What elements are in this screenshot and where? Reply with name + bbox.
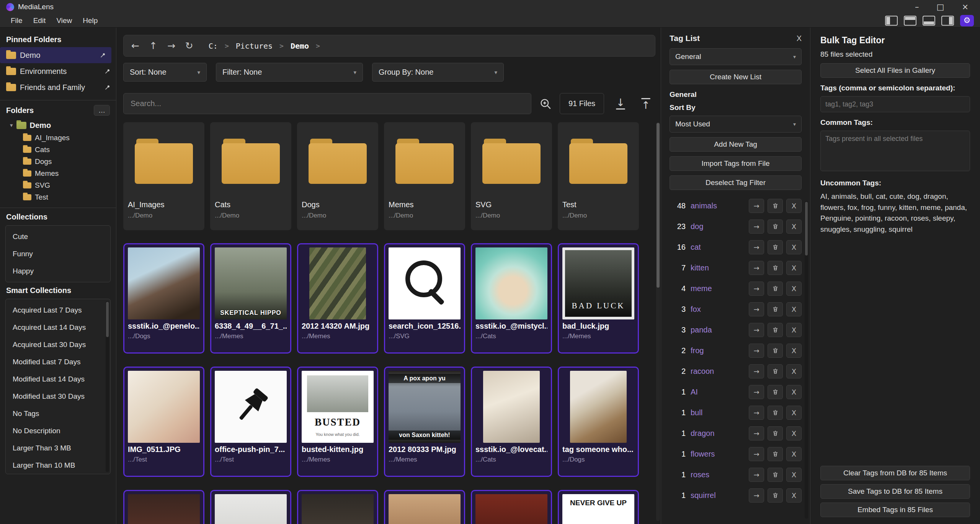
gallery-folder-card[interactable]: Cats.../Demo — [210, 122, 291, 230]
gallery-image-card[interactable]: NEVER GIVE UP — [558, 490, 639, 524]
apply-tag-icon[interactable]: → — [749, 344, 764, 358]
gallery-image-card[interactable]: office-push-pin_7....../Test — [210, 367, 291, 477]
gallery-image-card[interactable]: BUSTEDYou know what you did.busted-kitte… — [297, 367, 378, 477]
menu-item-help[interactable]: Help — [77, 15, 103, 26]
gallery-scrollbar[interactable] — [656, 122, 660, 521]
tree-item-svg[interactable]: SVG — [10, 179, 116, 191]
deselect-tag-filter-button[interactable]: Deselect Tag Filter — [670, 175, 802, 190]
smart-collection-item[interactable]: Modified Last 7 Days — [6, 353, 110, 370]
gallery-image-card[interactable]: SKEPTICAL HIPPO6338_4_49__6_71_....../Me… — [210, 243, 291, 354]
breadcrumb-item[interactable]: Pictures — [236, 41, 273, 51]
remove-tag-icon[interactable]: X — [786, 323, 802, 337]
settings-gear-icon[interactable]: ⚙ — [960, 15, 974, 26]
remove-tag-icon[interactable]: X — [786, 240, 802, 254]
apply-tag-icon[interactable]: → — [749, 261, 764, 275]
tag-name-meme[interactable]: meme — [691, 284, 712, 293]
gallery-folder-card[interactable]: SVG.../Demo — [471, 122, 552, 230]
tags-input[interactable] — [820, 96, 970, 112]
gallery-folder-card[interactable]: AI_Images.../Demo — [123, 122, 204, 230]
remove-tag-icon[interactable]: X — [786, 426, 802, 440]
smart-collection-item[interactable]: Modified Last 30 Days — [6, 388, 110, 405]
tag-sort-select[interactable]: Most Used ▾ — [670, 116, 802, 133]
tag-name-kitten[interactable]: kitten — [691, 264, 709, 272]
remove-tag-icon[interactable]: X — [786, 261, 802, 275]
up-icon[interactable]: ↑ — [149, 41, 157, 51]
smart-collection-item[interactable]: Modified Last 14 Days — [6, 370, 110, 388]
apply-tag-icon[interactable]: → — [749, 488, 764, 503]
delete-tag-icon[interactable] — [768, 426, 783, 440]
embed-tags-button[interactable]: Embed Tags in 85 Files — [820, 503, 970, 517]
breadcrumb-item[interactable]: C: — [209, 41, 218, 51]
apply-tag-icon[interactable]: → — [749, 385, 764, 399]
delete-tag-icon[interactable] — [768, 199, 783, 213]
apply-tag-icon[interactable]: → — [749, 282, 764, 296]
gallery-folder-card[interactable]: Dogs.../Demo — [297, 122, 378, 230]
delete-tag-icon[interactable] — [768, 323, 783, 337]
common-tags-textarea[interactable] — [820, 131, 970, 171]
delete-tag-icon[interactable] — [768, 282, 783, 296]
collection-item[interactable]: Happy — [6, 262, 110, 280]
tag-name-panda[interactable]: panda — [691, 326, 712, 334]
apply-tag-icon[interactable]: → — [749, 323, 764, 337]
tag-name-roses[interactable]: roses — [691, 470, 709, 479]
tag-name-flowers[interactable]: flowers — [691, 450, 715, 458]
tree-item-dogs[interactable]: Dogs — [10, 156, 116, 167]
tag-name-animals[interactable]: animals — [691, 201, 717, 210]
close-tag-panel-button[interactable]: X — [797, 34, 802, 43]
tree-root-demo[interactable]: ▾ Demo — [10, 119, 116, 132]
tag-list-scrollbar[interactable] — [805, 201, 808, 519]
gallery-image-card[interactable]: ssstik.io_@mistycl....../Cats — [471, 243, 552, 354]
image-search-icon[interactable] — [539, 97, 552, 110]
gallery-image-card[interactable] — [471, 490, 552, 524]
forward-icon[interactable]: → — [167, 41, 175, 51]
apply-tag-icon[interactable]: → — [749, 468, 764, 482]
remove-tag-icon[interactable]: X — [786, 488, 802, 503]
delete-tag-icon[interactable] — [768, 219, 783, 234]
back-icon[interactable]: ← — [131, 41, 139, 51]
apply-tag-icon[interactable]: → — [749, 199, 764, 213]
menu-item-edit[interactable]: Edit — [28, 15, 51, 26]
apply-tag-icon[interactable]: → — [749, 364, 764, 378]
apply-tag-icon[interactable]: → — [749, 447, 764, 461]
filter-dropdown[interactable]: Filter: None ▾ — [216, 63, 363, 82]
gallery-image-card[interactable] — [123, 490, 204, 524]
smart-collections-scrollbar[interactable] — [106, 301, 109, 472]
remove-tag-icon[interactable]: X — [786, 344, 802, 358]
delete-tag-icon[interactable] — [768, 406, 783, 420]
gallery-image-card[interactable] — [210, 490, 291, 524]
gallery-image-card[interactable]: ssstik.io_@penelo....../Dogs — [123, 243, 204, 354]
layout-left-panel-icon[interactable] — [885, 16, 898, 26]
smart-collection-item[interactable]: No Tags — [6, 405, 110, 422]
delete-tag-icon[interactable] — [768, 488, 783, 503]
breadcrumb-item[interactable]: Demo — [291, 41, 309, 51]
tag-list-select[interactable]: General ▾ — [670, 48, 802, 65]
tag-name-bull[interactable]: bull — [691, 408, 702, 417]
smart-collection-item[interactable]: No Description — [6, 422, 110, 439]
close-button[interactable]: × — [962, 3, 969, 11]
gallery-image-card[interactable]: IMG_0511.JPG.../Test — [123, 367, 204, 477]
remove-tag-icon[interactable]: X — [786, 219, 802, 234]
menu-item-view[interactable]: View — [51, 15, 77, 26]
delete-tag-icon[interactable] — [768, 240, 783, 254]
apply-tag-icon[interactable]: → — [749, 426, 764, 440]
minimize-button[interactable]: – — [915, 3, 919, 11]
tree-item-memes[interactable]: Memes — [10, 167, 116, 179]
tag-name-racoon[interactable]: racoon — [691, 367, 714, 376]
maximize-button[interactable]: □ — [937, 3, 944, 11]
remove-tag-icon[interactable]: X — [786, 302, 802, 316]
sidebar-pinned-demo[interactable]: Demo — [0, 47, 111, 63]
tag-name-dragon[interactable]: dragon — [691, 429, 714, 438]
gallery-folder-card[interactable]: Memes.../Demo — [384, 122, 465, 230]
remove-tag-icon[interactable]: X — [786, 406, 802, 420]
gallery-image-card[interactable]: 2012 14320 AM.jpg.../Memes — [297, 243, 378, 354]
collection-item[interactable]: Cute — [6, 228, 110, 245]
remove-tag-icon[interactable]: X — [786, 364, 802, 378]
delete-tag-icon[interactable] — [768, 468, 783, 482]
gallery-image-card[interactable]: BAD LUCKbad_luck.jpg.../Memes — [558, 243, 639, 354]
create-new-list-button[interactable]: Create New List — [670, 70, 802, 84]
add-new-tag-button[interactable]: Add New Tag — [670, 137, 802, 152]
tree-item-test[interactable]: Test — [10, 191, 116, 203]
smart-collection-item[interactable]: Acquired Last 14 Days — [6, 319, 110, 336]
apply-tag-icon[interactable]: → — [749, 406, 764, 420]
tag-name-fox[interactable]: fox — [691, 305, 701, 314]
